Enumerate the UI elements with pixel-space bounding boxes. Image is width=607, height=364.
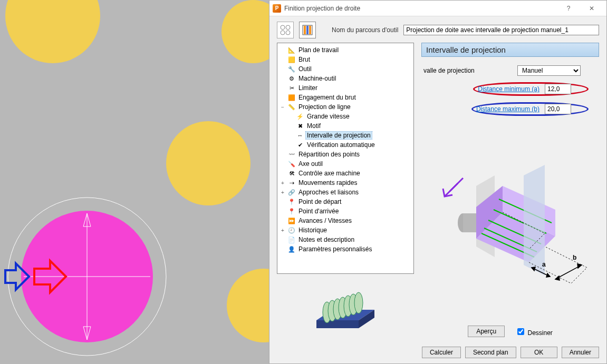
app-icon: P xyxy=(273,4,281,13)
svg-rect-31 xyxy=(463,213,476,232)
svg-marker-41 xyxy=(524,165,545,276)
tree-node-limiter[interactable]: ✂Limiter xyxy=(278,83,412,93)
window-title: Finition projection de droite xyxy=(284,5,557,12)
tree-node-motif[interactable]: ✖Motif xyxy=(278,121,412,131)
tree-node-icon: 🛠 xyxy=(287,169,296,178)
tree-node-icon: 📍 xyxy=(287,207,296,215)
tree-node-label: Paramètres personnalisés xyxy=(297,245,373,253)
svg-marker-44 xyxy=(546,273,550,277)
distance-min-link[interactable]: Distance minimum (a) xyxy=(478,85,539,93)
tree-node-notes-et-description[interactable]: 📄Notes et description xyxy=(278,235,412,244)
tree-node-brut[interactable]: 🟨Brut xyxy=(278,55,412,64)
tree-node-projection-de-ligne[interactable]: −📏Projection de ligne xyxy=(278,102,412,112)
annuler-button[interactable]: Annuler xyxy=(562,347,599,358)
tree-node-label: Mouvements rapides xyxy=(297,179,358,186)
tree-node-icon: ⚙ xyxy=(287,74,296,83)
distance-max-link[interactable]: Distance maximum (b) xyxy=(476,105,539,113)
tree-node-icon: 🔧 xyxy=(287,65,296,73)
tree-node-icon: 📍 xyxy=(287,198,296,206)
distance-max-input[interactable] xyxy=(545,104,571,114)
tree-node-icon: 🕘 xyxy=(287,226,296,234)
svg-point-3 xyxy=(227,269,269,342)
tree-node-machine-outil[interactable]: ⚙Machine-outil xyxy=(278,74,412,83)
tree-node-intervalle-de-projection[interactable]: ↔Intervalle de projection xyxy=(278,131,412,140)
tree-node-icon: ⏩ xyxy=(287,217,296,225)
tree-node-label: Contrôle axe machine xyxy=(297,170,361,177)
svg-point-10 xyxy=(281,25,285,29)
projection-mode-label: valle de projection xyxy=(423,67,513,74)
ok-button[interactable]: OK xyxy=(521,347,557,358)
svg-point-2 xyxy=(166,121,250,205)
mode-button-wire[interactable] xyxy=(277,22,294,38)
tree-node-grande-vitesse[interactable]: ⚡Grande vitesse xyxy=(278,112,412,121)
tree-expander-icon[interactable]: − xyxy=(280,104,286,110)
tree-node-label: Engagement du brut xyxy=(297,94,357,101)
tree-node-outil[interactable]: 🔧Outil xyxy=(278,64,412,74)
tree-node-label: Brut xyxy=(297,56,311,63)
viewport-3d[interactable] xyxy=(0,0,269,364)
tree-node-icon: 🟨 xyxy=(287,55,296,64)
tree-node-avances-vitesses[interactable]: ⏩Avances / Vitesses xyxy=(278,216,412,225)
parameter-tree[interactable]: 📐Plan de travail🟨Brut🔧Outil⚙Machine-outi… xyxy=(277,43,414,274)
tree-node-engagement-du-brut[interactable]: 🟧Engagement du brut xyxy=(278,93,412,102)
tree-node-contr-le-axe-machine[interactable]: 🛠Contrôle axe machine xyxy=(278,169,412,178)
tree-node-approches-et-liaisons[interactable]: +🔗Approches et liaisons xyxy=(278,188,412,197)
tree-node-point-de-d-part[interactable]: 📍Point de départ xyxy=(278,197,412,206)
svg-rect-16 xyxy=(306,26,309,34)
svg-point-11 xyxy=(286,25,290,29)
svg-point-12 xyxy=(281,31,285,35)
tree-node-icon: ↔ xyxy=(296,131,304,140)
toolpath-name-label: Nom du parcours d'outil xyxy=(332,26,398,34)
tree-node-label: Machine-outil xyxy=(297,75,337,82)
tree-node-label: Grande vitesse xyxy=(306,113,351,120)
svg-marker-19 xyxy=(316,320,359,328)
tree-node-label: Motif xyxy=(306,122,322,130)
tree-node-icon: ✂ xyxy=(287,84,296,92)
tree-expander-icon[interactable]: + xyxy=(280,190,286,195)
tree-node-icon: ✔ xyxy=(296,141,304,149)
toolpath-name-input[interactable] xyxy=(403,25,599,35)
svg-line-29 xyxy=(450,178,463,191)
tree-node-icon: 📄 xyxy=(287,235,296,244)
tree-node-plan-de-travail[interactable]: 📐Plan de travail xyxy=(278,45,412,55)
dessiner-checkbox[interactable] xyxy=(517,328,524,335)
svg-point-0 xyxy=(5,0,100,63)
tree-node-label: Point de départ xyxy=(297,198,342,205)
tree-node-axe-outil[interactable]: 🪛Axe outil xyxy=(278,159,412,169)
projection-mode-select[interactable]: Manuel xyxy=(517,65,581,76)
second-plan-button[interactable]: Second plan xyxy=(465,347,516,358)
tree-node-label: Historique xyxy=(297,227,328,234)
calculer-button[interactable]: Calculer xyxy=(422,347,461,358)
tree-node-icon: 📐 xyxy=(287,46,296,54)
svg-point-1 xyxy=(221,0,269,63)
tree-node-icon: 📏 xyxy=(287,103,296,111)
mode-button-color[interactable] xyxy=(299,22,316,38)
tree-node-label: Limiter xyxy=(297,84,319,92)
tree-node-point-d-arriv-e[interactable]: 📍Point d'arrivée xyxy=(278,206,412,216)
tree-node-v-rification-automatique[interactable]: ✔Vérification automatique xyxy=(278,140,412,150)
tree-node-r-partition-des-points[interactable]: 〰Répartition des points xyxy=(278,150,412,159)
apercu-button[interactable]: Aperçu xyxy=(468,326,505,337)
tree-node-historique[interactable]: +🕘Historique xyxy=(278,225,412,235)
tree-node-icon: 👤 xyxy=(287,245,296,253)
tree-node-label: Vérification automatique xyxy=(306,141,376,149)
projection-diagram: a b xyxy=(421,119,599,321)
tree-node-label: Répartition des points xyxy=(297,151,361,158)
titlebar[interactable]: P Finition projection de droite ? ✕ xyxy=(269,1,606,16)
toolpath-thumbnail xyxy=(277,278,414,341)
tree-expander-icon[interactable]: + xyxy=(280,180,286,186)
close-button[interactable]: ✕ xyxy=(580,1,603,16)
header-row: Nom du parcours d'outil xyxy=(269,16,606,43)
tree-expander-icon[interactable]: + xyxy=(280,228,286,233)
dessiner-checkbox-label[interactable]: Dessiner xyxy=(515,327,553,337)
annotation-blue-ellipse: Distance maximum (b) xyxy=(471,102,589,116)
tree-node-label: Projection de ligne xyxy=(297,103,352,111)
help-button[interactable]: ? xyxy=(557,1,580,16)
svg-rect-17 xyxy=(309,26,311,34)
tree-node-icon: ✖ xyxy=(296,122,304,130)
tree-node-mouvements-rapides[interactable]: +⇢Mouvements rapides xyxy=(278,178,412,188)
tree-node-param-tres-personnalis-s[interactable]: 👤Paramètres personnalisés xyxy=(278,244,412,254)
tree-node-label: Intervalle de projection xyxy=(306,132,372,139)
tree-node-label: Avances / Vitesses xyxy=(297,217,353,224)
distance-min-input[interactable] xyxy=(545,84,571,94)
